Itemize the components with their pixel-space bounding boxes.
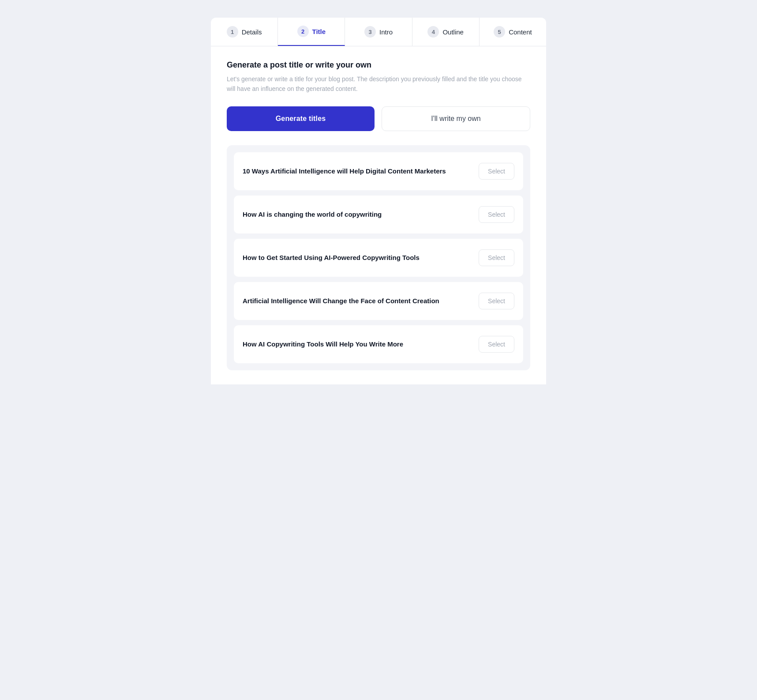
tab-title-label: Title <box>312 28 326 35</box>
select-button-4[interactable]: Select <box>479 293 514 309</box>
section-title: Generate a post title or write your own <box>227 60 530 70</box>
tab-outline-label: Outline <box>442 28 464 36</box>
title-card-1: 10 Ways Artificial Intelligence will Hel… <box>234 152 523 190</box>
title-text-5: How AI Copywriting Tools Will Help You W… <box>243 339 472 350</box>
title-text-4: Artificial Intelligence Will Change the … <box>243 296 472 306</box>
select-button-1[interactable]: Select <box>479 163 514 180</box>
tab-title[interactable]: 2 Title <box>278 18 345 46</box>
tab-details-label: Details <box>242 28 262 36</box>
tabs-bar: 1 Details 2 Title 3 Intro 4 Outline 5 Co… <box>211 18 546 46</box>
generate-titles-button[interactable]: Generate titles <box>227 106 375 131</box>
tab-content-number: 5 <box>494 26 505 38</box>
tab-intro-label: Intro <box>379 28 393 36</box>
tab-content-label: Content <box>509 28 532 36</box>
title-text-3: How to Get Started Using AI-Powered Copy… <box>243 253 472 263</box>
page-container: 1 Details 2 Title 3 Intro 4 Outline 5 Co… <box>211 18 546 682</box>
tab-details-number: 1 <box>227 26 238 38</box>
title-text-2: How AI is changing the world of copywrit… <box>243 210 472 220</box>
tab-intro-number: 3 <box>364 26 376 38</box>
title-text-1: 10 Ways Artificial Intelligence will Hel… <box>243 166 472 177</box>
title-card-2: How AI is changing the world of copywrit… <box>234 196 523 233</box>
select-button-5[interactable]: Select <box>479 336 514 353</box>
section-description: Let's generate or write a title for your… <box>227 74 530 94</box>
write-own-button[interactable]: I'll write my own <box>382 106 530 131</box>
results-area: 10 Ways Artificial Intelligence will Hel… <box>227 145 530 370</box>
tab-content[interactable]: 5 Content <box>480 18 546 46</box>
action-buttons: Generate titles I'll write my own <box>227 106 530 131</box>
title-card-4: Artificial Intelligence Will Change the … <box>234 282 523 320</box>
tab-intro[interactable]: 3 Intro <box>345 18 412 46</box>
select-button-2[interactable]: Select <box>479 206 514 223</box>
title-card-5: How AI Copywriting Tools Will Help You W… <box>234 325 523 363</box>
tab-details[interactable]: 1 Details <box>211 18 278 46</box>
title-card-3: How to Get Started Using AI-Powered Copy… <box>234 239 523 277</box>
select-button-3[interactable]: Select <box>479 249 514 266</box>
tab-title-number: 2 <box>297 26 309 37</box>
tab-outline[interactable]: 4 Outline <box>412 18 480 46</box>
tab-outline-number: 4 <box>427 26 439 38</box>
main-content: Generate a post title or write your own … <box>211 46 546 384</box>
